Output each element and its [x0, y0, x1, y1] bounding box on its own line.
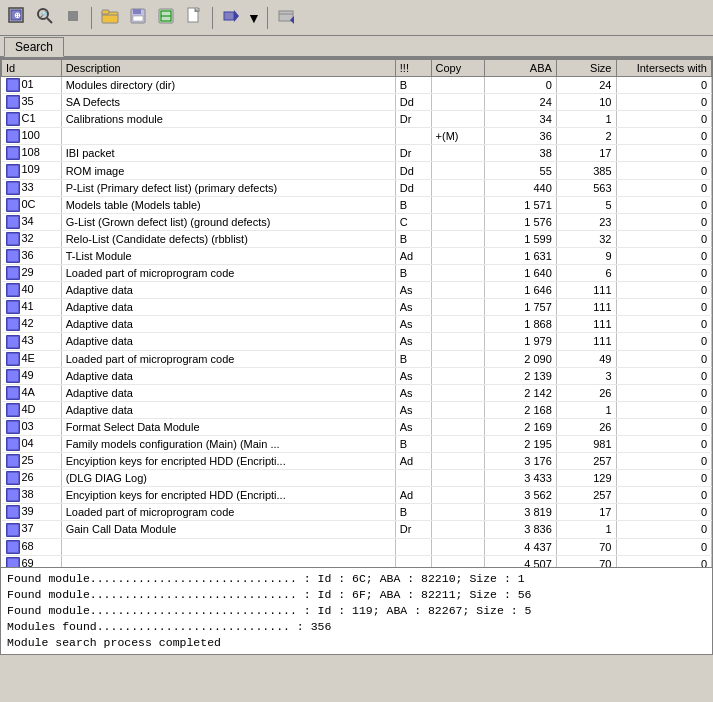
table-row[interactable]: 25Encyiption keys for encripted HDD (Enc… [2, 453, 712, 470]
cell-id: 68 [2, 538, 62, 555]
table-row[interactable]: 109ROM imageDd553850 [2, 162, 712, 179]
cell-desc: T-List Module [61, 247, 395, 264]
cell-aba: 1 979 [485, 333, 557, 350]
cell-id: 34 [2, 213, 62, 230]
table-row[interactable]: 29Loaded part of microprogram codeB1 640… [2, 265, 712, 282]
cell-intersects: 0 [616, 128, 712, 145]
dropdown-button[interactable]: ▼ [246, 5, 262, 31]
cell-id: 32 [2, 230, 62, 247]
table-row[interactable]: 32Relo-List (Candidate defects) (rbblist… [2, 230, 712, 247]
cell-desc: Adaptive data [61, 333, 395, 350]
cell-id: 4E [2, 350, 62, 367]
svg-rect-74 [8, 354, 18, 364]
cell-id: 33 [2, 179, 62, 196]
col-header-size: Size [556, 60, 616, 77]
cell-intersects: 0 [616, 350, 712, 367]
table-row[interactable]: 01Modules directory (dir)B0240 [2, 77, 712, 94]
export-button[interactable] [181, 5, 207, 31]
svg-rect-92 [8, 456, 18, 466]
cell-exc: As [395, 418, 431, 435]
table-row[interactable]: 41Adaptive dataAs1 7571110 [2, 299, 712, 316]
table-row[interactable]: 42Adaptive dataAs1 8681110 [2, 316, 712, 333]
cell-aba: 36 [485, 128, 557, 145]
module-button[interactable] [153, 5, 179, 31]
cell-id: 25 [2, 453, 62, 470]
svg-rect-41 [8, 166, 18, 176]
table-row[interactable]: 03Format Select Data ModuleAs2 169260 [2, 418, 712, 435]
table-row[interactable]: 04Family models configuration (Main) (Ma… [2, 435, 712, 452]
cell-aba: 1 868 [485, 316, 557, 333]
svg-rect-95 [8, 473, 18, 483]
svg-rect-6 [68, 11, 78, 21]
cell-intersects: 0 [616, 162, 712, 179]
cell-intersects: 0 [616, 299, 712, 316]
svg-rect-107 [8, 542, 18, 552]
table-row[interactable]: 43Adaptive dataAs1 9791110 [2, 333, 712, 350]
cell-desc: Gain Call Data Module [61, 521, 395, 538]
cell-id: 01 [2, 77, 62, 94]
stop-button[interactable] [60, 5, 86, 31]
table-row[interactable]: 33P-List (Primary defect list) (primary … [2, 179, 712, 196]
table-row[interactable]: 38Encyiption keys for encripted HDD (Enc… [2, 487, 712, 504]
cell-id: 42 [2, 316, 62, 333]
cell-desc: ROM image [61, 162, 395, 179]
svg-rect-35 [8, 131, 18, 141]
cell-size: 385 [556, 162, 616, 179]
svg-rect-19 [224, 12, 234, 20]
open-button[interactable] [97, 5, 123, 31]
cell-exc [395, 128, 431, 145]
cell-intersects: 0 [616, 316, 712, 333]
cell-exc: Dr [395, 145, 431, 162]
svg-rect-32 [8, 114, 18, 124]
table-row[interactable]: C1Calibrations moduleDr3410 [2, 111, 712, 128]
cell-intersects: 0 [616, 179, 712, 196]
cell-desc: Loaded part of microprogram code [61, 350, 395, 367]
cell-aba: 3 836 [485, 521, 557, 538]
table-row[interactable]: 694 507700 [2, 555, 712, 568]
table-row[interactable]: 684 437700 [2, 538, 712, 555]
find-button[interactable]: 🔎 [32, 5, 58, 31]
cell-desc: Format Select Data Module [61, 418, 395, 435]
cell-id: 36 [2, 247, 62, 264]
log-line: Found module............................… [7, 587, 706, 603]
table-row[interactable]: 40Adaptive dataAs1 6461110 [2, 282, 712, 299]
arrow-button[interactable] [218, 5, 244, 31]
table-row[interactable]: 100+(M)3620 [2, 128, 712, 145]
svg-rect-47 [8, 200, 18, 210]
save-button[interactable] [125, 5, 151, 31]
cell-copy [431, 179, 485, 196]
cell-intersects: 0 [616, 453, 712, 470]
cell-intersects: 0 [616, 196, 712, 213]
cell-aba: 1 571 [485, 196, 557, 213]
table-row[interactable]: 49Adaptive dataAs2 13930 [2, 367, 712, 384]
cell-intersects: 0 [616, 145, 712, 162]
table-row[interactable]: 37Gain Call Data ModuleDr3 83610 [2, 521, 712, 538]
cell-copy [431, 111, 485, 128]
table-row[interactable]: 4AAdaptive dataAs2 142260 [2, 384, 712, 401]
svg-rect-80 [8, 388, 18, 398]
svg-line-4 [47, 18, 52, 23]
table-row[interactable]: 34G-List (Grown defect list) (ground def… [2, 213, 712, 230]
tab-search[interactable]: Search [4, 37, 64, 57]
cell-id: 35 [2, 94, 62, 111]
table-row[interactable]: 108IBI packetDr38170 [2, 145, 712, 162]
svg-rect-38 [8, 148, 18, 158]
table-row[interactable]: 26 (DLG DIAG Log)3 4331290 [2, 470, 712, 487]
table-row[interactable]: 35SA DefectsDd24100 [2, 94, 712, 111]
table-row[interactable]: 0CModels table (Models table)B1 57150 [2, 196, 712, 213]
table-row[interactable]: 4DAdaptive dataAs2 16810 [2, 401, 712, 418]
cell-desc [61, 128, 395, 145]
log-line: Found module............................… [7, 603, 706, 619]
cell-copy [431, 162, 485, 179]
cell-aba: 4 437 [485, 538, 557, 555]
table-row[interactable]: 4ELoaded part of microprogram codeB2 090… [2, 350, 712, 367]
export-icon [185, 7, 203, 28]
table-row[interactable]: 36T-List ModuleAd1 63190 [2, 247, 712, 264]
table-row[interactable]: 39Loaded part of microprogram codeB3 819… [2, 504, 712, 521]
separator-2 [212, 7, 213, 29]
cell-aba: 24 [485, 94, 557, 111]
separator-3 [267, 7, 268, 29]
settings-button[interactable] [273, 5, 299, 31]
cell-exc: As [395, 401, 431, 418]
zoom-button[interactable]: ⊕ [4, 5, 30, 31]
